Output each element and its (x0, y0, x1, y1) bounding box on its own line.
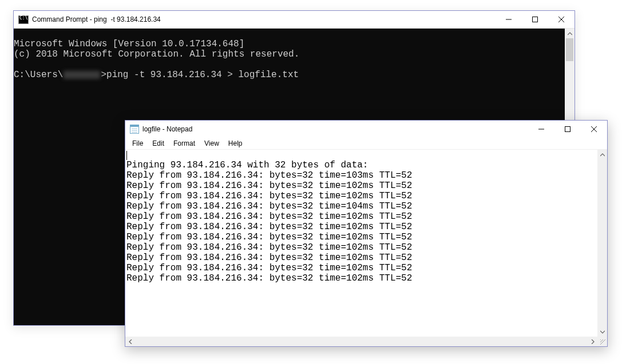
text-line: Reply from 93.184.216.34: bytes=32 time=… (126, 201, 596, 211)
close-icon (591, 126, 597, 132)
prompt-prefix: C:\Users\ (14, 70, 63, 80)
notepad-titlebar[interactable]: logfile - Notepad (125, 121, 607, 138)
chevron-down-icon (600, 330, 605, 334)
notepad-vertical-scrollbar[interactable] (597, 150, 607, 337)
menu-file[interactable]: File (128, 139, 148, 148)
notepad-menubar: File Edit Format View Help (125, 138, 607, 149)
chevron-up-icon (600, 153, 605, 157)
text-line: Reply from 93.184.216.34: bytes=32 time=… (126, 211, 596, 222)
text-caret (126, 151, 127, 160)
scroll-left-button[interactable] (125, 337, 135, 346)
close-icon (558, 17, 564, 22)
notepad-client: Pinging 93.184.216.34 with 32 bytes of d… (125, 149, 607, 346)
scroll-up-button[interactable] (565, 29, 575, 38)
text-line (126, 150, 596, 160)
close-button[interactable] (581, 121, 607, 138)
minimize-button[interactable] (528, 121, 554, 138)
typed-command: ping -t 93.184.216.34 > logfile.txt (106, 70, 299, 80)
console-line: Microsoft Windows [Version 10.0.17134.64… (14, 39, 244, 49)
text-line: Reply from 93.184.216.34: bytes=32 time=… (126, 273, 596, 283)
menu-view[interactable]: View (200, 139, 224, 148)
menu-edit[interactable]: Edit (148, 139, 169, 148)
command-prompt-title: Command Prompt - ping -t 93.184.216.34 (32, 15, 161, 23)
redacted-username (64, 71, 100, 79)
text-line: Reply from 93.184.216.34: bytes=32 time=… (126, 170, 596, 181)
menu-format[interactable]: Format (169, 139, 200, 148)
notepad-horizontal-scrollbar[interactable] (125, 337, 597, 346)
text-line: Reply from 93.184.216.34: bytes=32 time=… (126, 181, 596, 191)
notepad-textarea[interactable]: Pinging 93.184.216.34 with 32 bytes of d… (125, 150, 597, 337)
text-line: Reply from 93.184.216.34: bytes=32 time=… (126, 242, 596, 253)
maximize-icon (565, 126, 570, 132)
console-prompt-line: C:\Users\>ping -t 93.184.216.34 > logfil… (14, 70, 565, 80)
text-line: Reply from 93.184.216.34: bytes=32 time=… (126, 191, 596, 201)
minimize-icon (506, 17, 512, 22)
notepad-body-row: Pinging 93.184.216.34 with 32 bytes of d… (125, 150, 607, 337)
console-line: (c) 2018 Microsoft Corporation. All righ… (14, 49, 299, 59)
command-prompt-icon (18, 15, 29, 24)
svg-rect-5 (565, 127, 570, 132)
maximize-icon (532, 17, 538, 22)
maximize-button[interactable] (522, 11, 548, 28)
svg-rect-1 (533, 17, 538, 22)
chevron-right-icon (591, 339, 595, 344)
text-line: Reply from 93.184.216.34: bytes=32 time=… (126, 222, 596, 232)
command-prompt-titlebar[interactable]: Command Prompt - ping -t 93.184.216.34 (14, 11, 575, 29)
scroll-thumb[interactable] (566, 38, 573, 61)
minimize-icon (538, 126, 544, 132)
prompt-suffix: > (101, 70, 106, 80)
notepad-icon (130, 125, 139, 134)
notepad-bottom-row (125, 337, 607, 346)
scroll-right-button[interactable] (588, 337, 597, 346)
text-line: Reply from 93.184.216.34: bytes=32 time=… (126, 263, 596, 273)
minimize-button[interactable] (496, 11, 522, 28)
resize-grip[interactable] (597, 337, 607, 346)
scroll-down-button[interactable] (597, 327, 607, 337)
text-line: Pinging 93.184.216.34 with 32 bytes of d… (126, 160, 596, 170)
chevron-left-icon (128, 339, 133, 344)
text-line: Reply from 93.184.216.34: bytes=32 time=… (126, 253, 596, 263)
close-button[interactable] (548, 11, 575, 28)
notepad-window: logfile - Notepad File Edit Format View … (125, 120, 608, 347)
menu-help[interactable]: Help (224, 139, 247, 148)
chevron-up-icon (568, 31, 572, 36)
maximize-button[interactable] (554, 121, 581, 138)
text-line: Reply from 93.184.216.34: bytes=32 time=… (126, 232, 596, 242)
scroll-up-button[interactable] (597, 150, 607, 159)
notepad-title: logfile - Notepad (142, 125, 192, 133)
